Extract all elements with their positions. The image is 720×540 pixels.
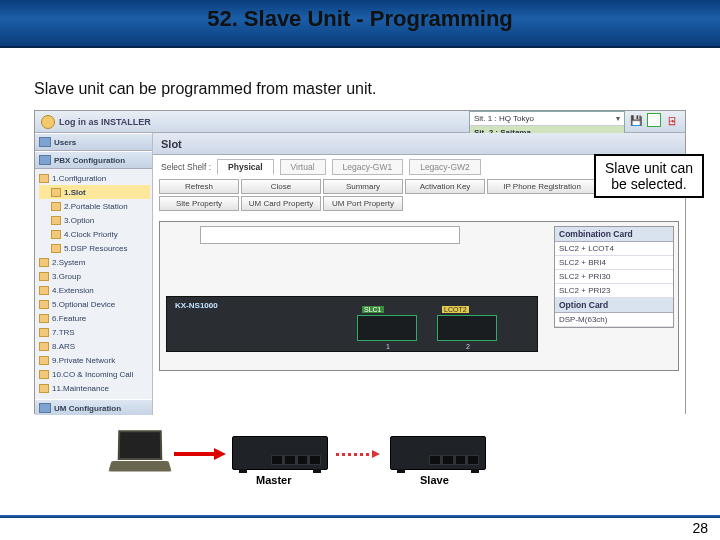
master-device-icon — [232, 436, 328, 470]
site-option[interactable]: Sit. 1 : HQ Tokyo▾ — [470, 112, 624, 126]
logout-icon[interactable]: ⍈ — [665, 113, 679, 127]
um-card-property-button[interactable]: UM Card Property — [241, 196, 321, 211]
user-icon — [41, 115, 55, 129]
combo-header: Combination Card — [555, 227, 673, 242]
tab-legacy-gw2[interactable]: Legacy-GW2 — [409, 159, 481, 175]
arrow-icon — [174, 448, 226, 460]
um-port-property-button[interactable]: UM Port Property — [323, 196, 403, 211]
slide-title: 52. Slave Unit - Programming — [0, 6, 720, 32]
master-label: Master — [256, 474, 291, 486]
tree-item[interactable]: 9.Private Network — [39, 353, 150, 367]
slave-label: Slave — [420, 474, 449, 486]
card-row[interactable]: SLC2 + LCOT4 — [555, 242, 673, 256]
slot-1[interactable]: SLC1 1 — [357, 315, 417, 341]
option-header: Option Card — [555, 298, 673, 313]
sidebar-section-users[interactable]: Users — [35, 133, 152, 151]
chassis-model: KX-NS1000 — [175, 301, 218, 310]
tree-item[interactable]: 5.DSP Resources — [39, 241, 150, 255]
tree-item[interactable]: 5.Optional Device — [39, 297, 150, 311]
info-box — [200, 226, 460, 244]
laptop-icon — [110, 430, 170, 476]
tab-virtual[interactable]: Virtual — [280, 159, 326, 175]
app-header: Log in as INSTALLER Sit. 1 : HQ Tokyo▾ S… — [35, 111, 685, 133]
sidebar-section-pbx[interactable]: PBX Configuration — [35, 151, 152, 169]
footer-divider — [0, 515, 720, 518]
tree-item[interactable]: 4.Extension — [39, 283, 150, 297]
nav-tree: 1.Configuration 1.Slot 2.Portable Statio… — [35, 169, 152, 399]
refresh-button[interactable]: Refresh — [159, 179, 239, 194]
connection-diagram: Master Slave — [100, 430, 660, 490]
card-row[interactable]: SLC2 + PRI30 — [555, 270, 673, 284]
sidebar-section-um[interactable]: UM Configuration — [35, 399, 152, 415]
login-text: Log in as INSTALLER — [59, 117, 151, 127]
summary-button[interactable]: Summary — [323, 179, 403, 194]
tree-item[interactable]: 2.Portable Station — [39, 199, 150, 213]
tree-item[interactable]: 1.Configuration — [39, 171, 150, 185]
tree-item[interactable]: 4.Clock Priority — [39, 227, 150, 241]
ip-phone-reg-button[interactable]: IP Phone Registration — [487, 179, 597, 194]
sidebar: Users PBX Configuration 1.Configuration … — [35, 133, 153, 415]
tree-item[interactable]: 6.Feature — [39, 311, 150, 325]
ok-icon[interactable] — [647, 113, 661, 127]
page-number: 28 — [692, 520, 708, 536]
slide-subtitle: Slave unit can be programmed from master… — [34, 80, 376, 98]
activation-key-button[interactable]: Activation Key — [405, 179, 485, 194]
callout-box: Slave unit can be selected. — [594, 154, 704, 198]
tree-item[interactable]: 8.ARS — [39, 339, 150, 353]
slot-2[interactable]: LCOT2 2 — [437, 315, 497, 341]
tab-legacy-gw1[interactable]: Legacy-GW1 — [332, 159, 404, 175]
app-screenshot: Log in as INSTALLER Sit. 1 : HQ Tokyo▾ S… — [34, 110, 686, 414]
tree-item-slot[interactable]: 1.Slot — [39, 185, 150, 199]
shelf-label: Select Shelf : — [161, 162, 211, 172]
card-panel: Combination Card SLC2 + LCOT4 SLC2 + BRI… — [554, 226, 674, 328]
card-row[interactable]: DSP-M(63ch) — [555, 313, 673, 327]
chassis-area: KX-NS1000 SLC1 1 LCOT2 2 Combination Car… — [159, 221, 679, 371]
tree-item[interactable]: 11.Maintenance — [39, 381, 150, 395]
tree-item[interactable]: 2.System — [39, 255, 150, 269]
save-icon[interactable]: 💾 — [629, 113, 643, 127]
close-button[interactable]: Close — [241, 179, 321, 194]
tree-item[interactable]: 7.TRS — [39, 325, 150, 339]
tree-item[interactable]: 3.Option — [39, 213, 150, 227]
card-row[interactable]: SLC2 + BRI4 — [555, 256, 673, 270]
tree-item[interactable]: 10.CO & Incoming Call — [39, 367, 150, 381]
chassis: KX-NS1000 SLC1 1 LCOT2 2 — [166, 296, 538, 352]
tree-item[interactable]: 3.Group — [39, 269, 150, 283]
slave-device-icon — [390, 436, 486, 470]
page-title: Slot — [153, 133, 685, 155]
site-property-button[interactable]: Site Property — [159, 196, 239, 211]
tab-physical[interactable]: Physical — [217, 159, 274, 175]
chevron-down-icon: ▾ — [616, 114, 620, 123]
dotted-arrow-icon — [336, 450, 380, 458]
card-row[interactable]: SLC2 + PRI23 — [555, 284, 673, 298]
